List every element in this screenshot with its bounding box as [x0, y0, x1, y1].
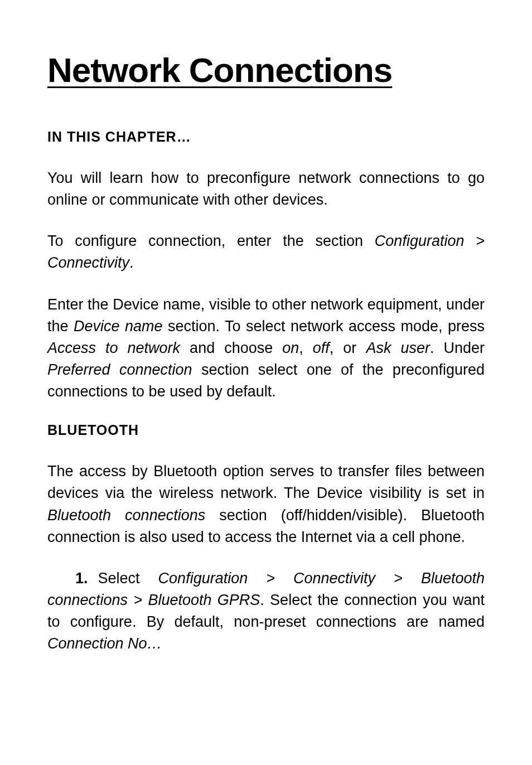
intro-paragraph-3: Enter the Device name, visible to other …	[47, 294, 485, 403]
ui-term: Preferred connection	[47, 361, 192, 378]
section-heading-bluetooth: BLUETOOTH	[47, 422, 485, 438]
intro-paragraph-1: You will learn how to preconfigure netwo…	[47, 167, 485, 211]
ui-term: off	[313, 340, 330, 356]
text-segment: .	[129, 254, 134, 271]
text-segment: , or	[330, 340, 366, 356]
ui-term: Ask user	[366, 340, 430, 356]
chapter-title: Network Connections	[47, 50, 485, 90]
text-segment: section. To select network access mode, …	[163, 318, 485, 335]
ui-term: Access to network	[47, 340, 180, 356]
section-heading-in-this-chapter: IN THIS CHAPTER…	[47, 129, 485, 145]
text-segment: ,	[299, 340, 313, 356]
step-number: 1.	[75, 570, 98, 587]
text-segment: The access by Bluetooth option serves to…	[47, 463, 485, 501]
ui-term: Connection No…	[47, 635, 162, 652]
bluetooth-step-1: 1.Select Configuration > Connectivity > …	[47, 568, 485, 655]
text-segment: To configure connection, enter the secti…	[47, 233, 375, 249]
intro-paragraph-2: To configure connection, enter the secti…	[47, 230, 485, 274]
ui-term: Bluetooth connections	[47, 507, 205, 524]
text-segment: Select	[98, 570, 158, 587]
bluetooth-paragraph-1: The access by Bluetooth option serves to…	[47, 461, 485, 548]
text-segment: . Under	[430, 340, 485, 356]
text-segment: and choose	[180, 340, 282, 356]
ui-term: Device name	[74, 318, 163, 335]
ui-term: on	[282, 340, 299, 356]
